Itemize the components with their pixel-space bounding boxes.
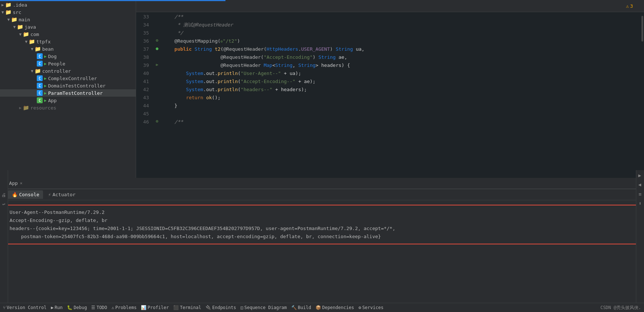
class-icon: C xyxy=(37,53,43,59)
line-numbers: 33 34 35 36 37 38 39 40 41 42 43 44 45 4… xyxy=(136,12,153,178)
endpoints-label: Endpoints xyxy=(212,305,236,310)
bottom-toolbar: ⑂ Version Control ▶ Run 🐛 Debug ☰ TODO ⚠… xyxy=(0,303,644,312)
gutter-line xyxy=(153,101,161,109)
sidebar-item-people[interactable]: C ▶ People xyxy=(0,60,136,67)
dependencies-label: Dependencies xyxy=(322,305,354,310)
sidebar-item-main[interactable]: ▼ 📁 main xyxy=(0,16,136,23)
sidebar-item-label: resources xyxy=(31,105,56,111)
code-line-33: /** xyxy=(161,13,644,21)
warning-badge: ⚠ 3 xyxy=(626,3,633,9)
sidebar-item-resources[interactable]: ▶ 📁 resources xyxy=(0,104,136,111)
profiler-btn[interactable]: 📊 Profiler xyxy=(141,305,169,310)
console-line-3: headers--{cookie=key=123456; time=2001-1… xyxy=(10,225,634,233)
gutter-line xyxy=(153,12,161,20)
debug-label: Debug xyxy=(74,305,87,310)
sidebar-item-label: java xyxy=(25,24,36,30)
problems-label: Problems xyxy=(115,305,137,310)
code-line-36: @RequestMapping(⊙"/t2") xyxy=(161,37,644,45)
code-content[interactable]: /** * 测试@RequestHeader */ @RequestMappin… xyxy=(161,12,644,178)
side-filter-icon[interactable]: ≡ xyxy=(639,191,642,197)
leaf-icon: ▶ xyxy=(44,54,47,59)
endpoints-btn[interactable]: 🔌 Endpoints xyxy=(206,305,236,310)
problems-btn[interactable]: ⚠ Problems xyxy=(111,305,136,310)
side-up-icon[interactable]: ▲ xyxy=(637,175,643,177)
code-line-35: */ xyxy=(161,29,644,37)
sidebar-item-label: main xyxy=(19,17,30,22)
side-down-icon[interactable]: ▼ xyxy=(637,184,643,187)
dependencies-btn[interactable]: 📦 Dependencies xyxy=(316,305,354,310)
folder-icon: 📁 xyxy=(35,68,41,74)
actuator-tab-label: Actuator xyxy=(53,192,76,197)
todo-btn[interactable]: ☰ TODO xyxy=(91,305,107,310)
console-tab-label: Console xyxy=(19,192,39,197)
todo-label: TODO xyxy=(96,305,107,310)
sidebar-item-ttpfx[interactable]: ▼ 📁 ttpfx xyxy=(0,38,136,45)
endpoints-icon: 🔌 xyxy=(206,305,211,310)
folder-icon: 📁 xyxy=(23,105,29,111)
terminal-btn[interactable]: ⬛ Terminal xyxy=(173,305,201,310)
gutter-line xyxy=(153,69,161,77)
bottom-panel: ▲ ▼ 🔥 Console ⚡ Actuator User-Agent--Pos… xyxy=(0,189,644,303)
side-controls: ▲ ▼ ≡ ⬇ xyxy=(636,170,644,303)
code-line-44: } xyxy=(161,102,644,110)
arrow-icon: ▼ xyxy=(7,17,10,22)
code-line-38: @RequestHeader("Accept-Encoding") String… xyxy=(161,53,644,61)
sequence-label: Sequence Diagram xyxy=(244,305,287,310)
actuator-tab-icon: ⚡ xyxy=(48,192,51,197)
folder-icon: 📁 xyxy=(35,46,41,52)
services-btn[interactable]: ⚙ Services xyxy=(359,305,384,310)
sidebar-item-label: src xyxy=(13,10,21,15)
sidebar-item-idea[interactable]: ▶ 📁 .idea xyxy=(0,1,136,8)
version-control-btn[interactable]: ⑂ Version Control xyxy=(3,305,46,310)
progress-bar xyxy=(0,0,644,1)
run-label: Run xyxy=(55,305,63,310)
sidebar-item-label: controller xyxy=(42,68,71,74)
wrap-icon[interactable]: ↩ xyxy=(3,201,6,207)
class-icon: C xyxy=(37,83,43,89)
left-side-controls: 🖨 ↩ xyxy=(0,170,8,303)
leaf-icon: ▶ xyxy=(44,83,47,88)
code-line-34: * 测试@RequestHeader xyxy=(161,21,644,29)
build-btn[interactable]: 🔨 Build xyxy=(291,305,311,310)
close-tab-icon[interactable]: ✕ xyxy=(20,181,22,186)
arrow-icon: ▼ xyxy=(19,32,22,37)
side-arrow-down-icon[interactable]: ⬇ xyxy=(639,201,642,206)
gutter-line: ⊙ xyxy=(153,36,161,44)
sidebar-item-controller[interactable]: ▼ 📁 controller xyxy=(0,67,136,75)
profiler-icon: 📊 xyxy=(141,305,146,310)
sidebar-item-paramtestcontroller[interactable]: C ▶ ParamTestController xyxy=(0,89,136,97)
sidebar-item-bean[interactable]: ▼ 📁 bean xyxy=(0,45,136,53)
sidebar-item-complexcontroller[interactable]: C ▶ ComplexController xyxy=(0,75,136,82)
sidebar-item-label: bean xyxy=(42,46,54,52)
console-line-1: User-Agent--PostmanRuntime/7.29.2 xyxy=(10,208,634,216)
folder-icon: 📁 xyxy=(5,9,11,15)
print-icon[interactable]: 🖨 xyxy=(1,192,6,198)
sidebar-item-com[interactable]: ▼ 📁 com xyxy=(0,31,136,38)
terminal-icon: ⬛ xyxy=(173,305,179,310)
sidebar-item-label: ParamTestController xyxy=(48,90,103,96)
leaf-icon: ▶ xyxy=(44,61,47,66)
actuator-tab[interactable]: ⚡ Actuator xyxy=(45,190,79,199)
leaf-icon: ▶ xyxy=(44,91,47,96)
app-icon: C xyxy=(37,97,43,103)
bookmark-icon: ⊙ xyxy=(156,38,158,43)
class-icon: C xyxy=(37,75,43,81)
sidebar-item-java[interactable]: ▼ 📁 java xyxy=(0,23,136,31)
sidebar-item-src[interactable]: ▼ 📁 src xyxy=(0,8,136,16)
console-tab[interactable]: 🔥 Console xyxy=(8,190,43,199)
run-btn[interactable]: ▶ Run xyxy=(51,305,63,310)
sidebar-item-domaintestcontroller[interactable]: C ▶ DomainTestController xyxy=(0,82,136,89)
debug-btn[interactable]: 🐛 Debug xyxy=(67,305,87,310)
gutter-line xyxy=(153,93,161,101)
problems-icon: ⚠ xyxy=(111,305,114,310)
arrow-icon: ▼ xyxy=(13,25,16,29)
code-line-40: System.out.println("User-Agent--" + ua); xyxy=(161,69,644,78)
code-editor[interactable]: 33 34 35 36 37 38 39 40 41 42 43 44 45 4… xyxy=(136,12,644,178)
sidebar-item-label: Dog xyxy=(48,54,57,59)
sidebar-item-dog[interactable]: C ▶ Dog xyxy=(0,53,136,60)
sidebar-item-app[interactable]: C ▶ App xyxy=(0,97,136,104)
sequence-icon: ◫ xyxy=(241,305,243,310)
terminal-label: Terminal xyxy=(180,305,201,310)
leaf-icon: ▶ xyxy=(44,98,47,103)
sequence-diagram-btn[interactable]: ◫ Sequence Diagram xyxy=(241,305,287,310)
